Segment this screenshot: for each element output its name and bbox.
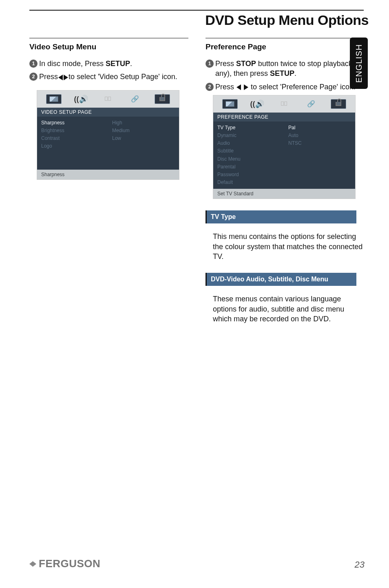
osd-option-item: Pal xyxy=(288,124,351,132)
osd-menu-item: Default xyxy=(217,179,280,186)
columns: Video Setup Menu 1 In disc mode, Press S… xyxy=(29,38,369,324)
left-column: Video Setup Menu 1 In disc mode, Press S… xyxy=(29,38,188,324)
lock-icon xyxy=(336,102,341,106)
pref-tab-icon xyxy=(331,99,346,109)
page-title: DVD Setup Menu Options xyxy=(205,12,369,28)
right-arrow-icon xyxy=(244,84,248,90)
setup-keyword: SETUP xyxy=(270,69,294,77)
title-row: DVD Setup Menu Options xyxy=(29,12,369,28)
osd-menu-item: Subtitle xyxy=(217,147,280,155)
dolby-icon xyxy=(105,97,111,102)
audio-tab-icon: ((🔊 xyxy=(250,99,265,109)
language-tab: ENGLISH xyxy=(350,38,368,89)
top-rule xyxy=(29,10,364,11)
right-step-2: 2 Press to select 'Preference Page' icon… xyxy=(206,82,365,92)
video-setup-osd: ((🔊 🔗 VIDEO SETUP PAGE Sharpness Brightn… xyxy=(37,90,179,180)
left-arrow-icon xyxy=(236,84,241,90)
text-fragment: . xyxy=(294,69,296,77)
osd-option-column: Pal Auto NTSC xyxy=(284,122,355,189)
osd-option-column: High Medium Low xyxy=(108,117,179,170)
picture-icon xyxy=(225,101,234,107)
brand-name: FERGUSON xyxy=(39,557,100,570)
osd-menu-item: Disc Menu xyxy=(217,155,280,163)
brand: FERGUSON xyxy=(29,557,100,570)
text-fragment: Press xyxy=(215,60,236,68)
speaker-icon: ((🔊 xyxy=(74,95,88,104)
step-badge-2: 2 xyxy=(206,83,214,91)
step-badge-1: 1 xyxy=(29,60,38,68)
page: DVD Setup Menu Options ENGLISH Video Set… xyxy=(0,0,389,588)
brand-logo-icon xyxy=(29,561,38,567)
stop-keyword: STOP xyxy=(236,60,256,68)
footer: FERGUSON 23 xyxy=(29,557,365,570)
lock-icon xyxy=(159,97,165,101)
link-tab-icon: 🔗 xyxy=(127,94,143,104)
chain-icon: 🔗 xyxy=(131,95,139,103)
text-fragment: to select 'Video Setup Page' icon. xyxy=(69,73,177,81)
osd-menu-item: Contrast xyxy=(41,135,104,142)
osd-body: Sharpness Brightness Contrast Logo High … xyxy=(37,117,179,170)
osd-status: Sharpness xyxy=(37,170,179,179)
right-arrow-icon xyxy=(64,75,68,80)
step-badge-2: 2 xyxy=(29,73,38,81)
left-step-1-text: In disc mode, Press SETUP. xyxy=(39,59,188,69)
left-step-1: 1 In disc mode, Press SETUP. xyxy=(29,59,188,69)
dolby-icon xyxy=(281,102,287,106)
dolby-tab-icon xyxy=(276,99,292,109)
speaker-icon: ((🔊 xyxy=(250,99,264,108)
osd-option-item: Auto xyxy=(288,132,351,139)
step-badge-1: 1 xyxy=(206,60,214,68)
text-fragment: to select 'Preference Page' icon. xyxy=(249,83,356,91)
left-step-2: 2 Pressto select 'Video Setup Page' icon… xyxy=(29,72,188,82)
dvd-video-paragraph: These menus contain various language opt… xyxy=(213,294,364,324)
text-fragment: In disc mode, Press xyxy=(39,60,106,68)
osd-title: PREFERENCE PAGE xyxy=(213,113,355,122)
audio-tab-icon: ((🔊 xyxy=(73,94,89,104)
picture-icon xyxy=(49,96,58,102)
osd-option-item: Low xyxy=(112,135,175,142)
left-heading: Video Setup Menu xyxy=(29,38,188,51)
tv-type-paragraph: This menu contains the options for selec… xyxy=(213,232,364,261)
right-heading: Preference Page xyxy=(206,38,365,51)
osd-menu-item: Password xyxy=(217,171,280,179)
osd-title: VIDEO SETUP PAGE xyxy=(37,108,179,117)
osd-menu-item: Sharpness xyxy=(41,119,104,127)
osd-option-item: High xyxy=(112,119,175,127)
osd-menu-item: Dynamic xyxy=(217,132,280,139)
osd-menu-item: Audio xyxy=(217,139,280,147)
right-step-1-text: Press STOP button twice to stop playback… xyxy=(215,59,365,79)
osd-icon-row: ((🔊 🔗 xyxy=(213,95,355,113)
text-fragment: . xyxy=(130,60,132,68)
left-arrow-icon xyxy=(58,75,63,80)
osd-menu-column: Sharpness Brightness Contrast Logo xyxy=(37,117,108,170)
osd-menu-item: TV Type xyxy=(217,124,280,132)
pref-tab-icon xyxy=(155,94,170,104)
osd-body: TV Type Dynamic Audio Subtitle Disc Menu… xyxy=(213,122,355,189)
link-tab-icon: 🔗 xyxy=(303,99,319,109)
page-number: 23 xyxy=(355,559,365,570)
dvd-video-heading: DVD-Video Audio, Subtitle, Disc Menu xyxy=(206,273,356,286)
text-fragment: Press xyxy=(215,83,236,91)
language-tab-label: ENGLISH xyxy=(354,44,364,83)
general-tab-icon xyxy=(222,99,238,109)
chain-icon: 🔗 xyxy=(307,100,315,108)
osd-menu-item: Logo xyxy=(41,142,104,150)
general-tab-icon xyxy=(46,94,62,104)
osd-option-item: Medium xyxy=(112,127,175,135)
osd-option-item: NTSC xyxy=(288,139,351,147)
osd-menu-item: Brightness xyxy=(41,127,104,135)
preference-osd: ((🔊 🔗 PREFERENCE PAGE TV Type Dynamic Au… xyxy=(213,95,356,199)
osd-menu-item: Parental xyxy=(217,163,280,171)
osd-status: Set TV Standard xyxy=(213,189,355,199)
text-fragment: Press xyxy=(39,73,58,81)
left-step-2-text: Pressto select 'Video Setup Page' icon. xyxy=(39,72,188,82)
dolby-tab-icon xyxy=(100,94,116,104)
right-step-2-text: Press to select 'Preference Page' icon. xyxy=(215,82,365,92)
right-step-1: 1 Press STOP button twice to stop playba… xyxy=(206,59,365,79)
osd-icon-row: ((🔊 🔗 xyxy=(37,91,179,108)
tv-type-heading: TV Type xyxy=(206,210,356,223)
right-column: Preference Page 1 Press STOP button twic… xyxy=(206,38,365,324)
setup-keyword: SETUP xyxy=(106,60,130,68)
osd-menu-column: TV Type Dynamic Audio Subtitle Disc Menu… xyxy=(213,122,284,189)
